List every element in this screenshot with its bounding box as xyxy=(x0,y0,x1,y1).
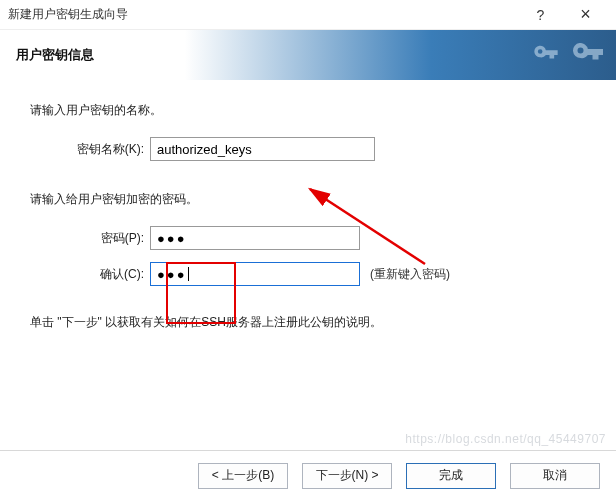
retype-hint: (重新键入密码) xyxy=(370,266,450,283)
password-prompt: 请输入给用户密钥加密的密码。 xyxy=(30,191,586,208)
instruction-text: 单击 "下一步" 以获取有关如何在SSH服务器上注册此公钥的说明。 xyxy=(30,314,586,331)
wizard-footer: < 上一步(B) 下一步(N) > 完成 取消 xyxy=(0,450,616,500)
key-name-input[interactable] xyxy=(150,137,375,161)
confirm-label: 确认(C): xyxy=(30,266,150,283)
titlebar: 新建用户密钥生成向导 ? × xyxy=(0,0,616,30)
window-title: 新建用户密钥生成向导 xyxy=(8,6,518,23)
next-button[interactable]: 下一步(N) > xyxy=(302,463,392,489)
window-controls: ? × xyxy=(518,0,608,30)
close-button[interactable]: × xyxy=(563,0,608,30)
password-input[interactable]: ●●● xyxy=(150,226,360,250)
header-title: 用户密钥信息 xyxy=(16,46,94,64)
wizard-header: 用户密钥信息 xyxy=(0,30,616,80)
confirm-input[interactable]: ●●● xyxy=(150,262,360,286)
name-label: 密钥名称(K): xyxy=(30,141,150,158)
password-row: 密码(P): ●●● xyxy=(30,226,586,250)
password-label: 密码(P): xyxy=(30,230,150,247)
name-row: 密钥名称(K): xyxy=(30,137,586,161)
finish-button[interactable]: 完成 xyxy=(406,463,496,489)
back-button[interactable]: < 上一步(B) xyxy=(198,463,288,489)
name-prompt: 请输入用户密钥的名称。 xyxy=(30,102,586,119)
key-icon xyxy=(532,30,606,80)
cancel-button[interactable]: 取消 xyxy=(510,463,600,489)
confirm-row: 确认(C): ●●● (重新键入密码) xyxy=(30,262,586,286)
help-button[interactable]: ? xyxy=(518,0,563,30)
wizard-content: 请输入用户密钥的名称。 密钥名称(K): 请输入给用户密钥加密的密码。 密码(P… xyxy=(0,80,616,450)
